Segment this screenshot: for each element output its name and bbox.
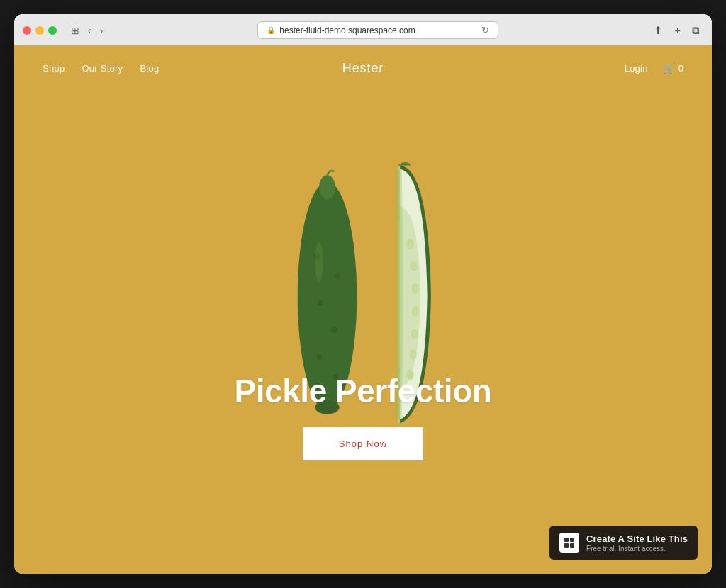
svg-point-16 [409,349,417,360]
refresh-icon[interactable]: ↻ [481,25,489,35]
svg-rect-21 [564,543,569,548]
browser-window: ⊞ ‹ › 🔒 hester-fluid-demo.squarespace.co… [14,14,712,574]
url-text: hester-fluid-demo.squarespace.com [279,26,415,35]
nav-shop[interactable]: Shop [43,63,65,74]
svg-point-11 [406,239,414,249]
svg-point-2 [334,273,341,279]
duplicate-button[interactable]: ⧉ [688,22,703,39]
squarespace-logo [559,533,579,553]
navigation: Shop Our Story Blog Hester Login 🛒 0 [14,45,712,91]
traffic-lights [23,26,57,35]
forward-button[interactable]: › [97,23,106,38]
hero-section: Pickle Perfection Shop Now [14,45,712,574]
address-bar[interactable]: 🔒 hester-fluid-demo.squarespace.com ↻ [257,21,498,39]
svg-point-5 [316,354,322,360]
nav-login[interactable]: Login [625,63,648,74]
nav-blog[interactable]: Blog [140,63,159,74]
sidebar-toggle-button[interactable]: ⊞ [68,23,82,38]
share-button[interactable]: ⬆ [650,22,666,39]
svg-point-15 [411,329,418,339]
nav-left: Shop Our Story Blog [43,63,256,74]
badge-sub-text: Free trial. Instant access. [586,545,688,553]
badge-text: Create A Site Like This Free trial. Inst… [586,533,688,553]
nav-center: Hester [256,61,469,76]
svg-point-4 [330,327,337,334]
minimize-button[interactable] [35,26,44,35]
svg-point-10 [315,242,323,283]
website-content: Shop Our Story Blog Hester Login 🛒 0 [14,45,712,574]
cart-count: 0 [678,63,683,74]
shop-now-button[interactable]: Shop Now [303,427,423,460]
svg-point-14 [411,306,419,317]
browser-controls: ⊞ ‹ › [68,23,106,38]
svg-rect-22 [570,543,574,548]
hero-title: Pickle Perfection [235,372,492,410]
site-title: Hester [342,61,384,76]
address-bar-container: 🔒 hester-fluid-demo.squarespace.com ↻ [117,21,639,39]
browser-actions: ⬆ + ⧉ [650,22,703,39]
hero-content: Pickle Perfection Shop Now [235,372,492,460]
svg-rect-19 [564,538,569,542]
svg-point-13 [411,283,419,294]
cart-icon: 🛒 [662,62,676,75]
close-button[interactable] [23,26,31,35]
lock-icon: 🔒 [267,26,275,34]
browser-chrome: ⊞ ‹ › 🔒 hester-fluid-demo.squarespace.co… [14,14,712,45]
svg-point-8 [319,175,335,199]
new-tab-button[interactable]: + [671,22,684,38]
svg-point-12 [410,261,418,272]
nav-right: Login 🛒 0 [470,62,683,75]
svg-point-3 [318,300,323,306]
maximize-button[interactable] [48,26,57,35]
nav-our-story[interactable]: Our Story [82,63,123,74]
svg-rect-20 [570,538,574,542]
squarespace-badge[interactable]: Create A Site Like This Free trial. Inst… [549,526,698,560]
cart-button[interactable]: 🛒 0 [662,62,683,75]
badge-main-text: Create A Site Like This [586,533,688,544]
back-button[interactable]: ‹ [85,23,94,38]
